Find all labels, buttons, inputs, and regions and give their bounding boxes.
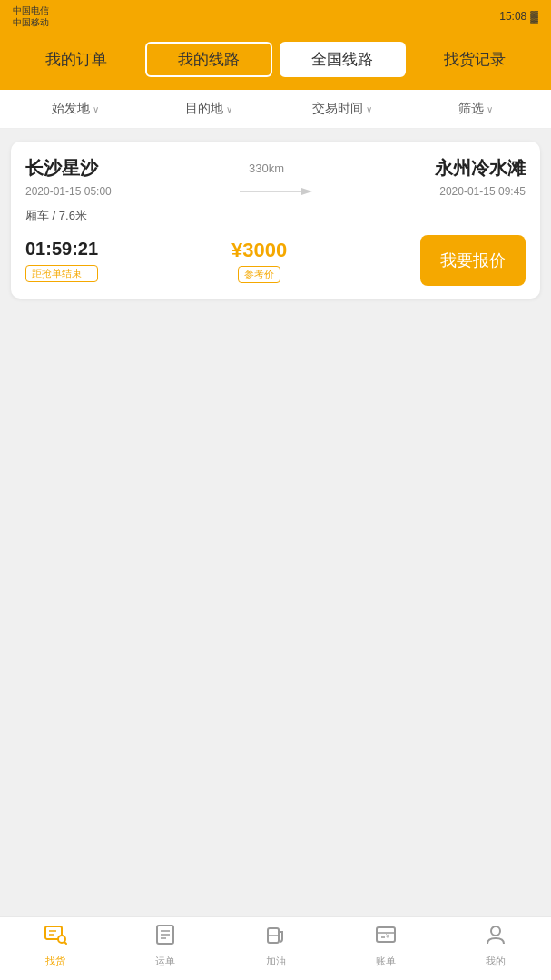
- find-icon: [44, 923, 67, 952]
- origin-city: 长沙星沙: [25, 156, 98, 181]
- chevron-down-icon: ∨: [366, 104, 372, 114]
- bottom-nav-find[interactable]: 找货: [0, 923, 110, 968]
- bottom-nav-account[interactable]: ¥ 账单: [330, 923, 440, 968]
- countdown-tag: 距抢单结束: [25, 265, 98, 282]
- status-bar: 中国电信 中国移动 15:08 ▓: [0, 0, 551, 33]
- battery-icon: ▓: [530, 10, 538, 23]
- route-card: 长沙星沙 330km 永州冷水滩 2020-01-15 05:00 2020-0…: [11, 142, 540, 299]
- price-section: ¥3000 参考价: [231, 239, 287, 283]
- bottom-nav-mine[interactable]: 我的: [441, 923, 551, 968]
- dest-date: 2020-01-15 09:45: [439, 185, 526, 198]
- filter-more[interactable]: 筛选 ∨: [408, 101, 542, 117]
- order-icon: [153, 923, 177, 952]
- fuel-label: 加油: [266, 955, 286, 968]
- filter-bar: 始发地 ∨ 目的地 ∨ 交易时间 ∨ 筛选 ∨: [0, 90, 551, 129]
- truck-type: 厢车 / 7.6米: [25, 208, 526, 224]
- time-battery: 15:08 ▓: [499, 10, 538, 23]
- nav-my-routes[interactable]: 我的线路: [145, 42, 272, 77]
- carrier-info: 中国电信 中国移动: [13, 5, 49, 28]
- svg-marker-1: [301, 188, 312, 195]
- card-bottom: 01:59:21 距抢单结束 ¥3000 参考价 我要报价: [25, 235, 526, 286]
- distance-label: 330km: [249, 162, 284, 175]
- chevron-down-icon: ∨: [226, 104, 232, 114]
- fuel-icon: [264, 923, 288, 952]
- price-value: ¥3000: [231, 239, 287, 262]
- mine-icon: [484, 923, 507, 952]
- nav-find-record[interactable]: 找货记录: [413, 44, 536, 75]
- countdown-section: 01:59:21 距抢单结束: [25, 239, 98, 282]
- bottom-nav: 找货 运单 加油 ¥: [0, 916, 551, 980]
- quote-button[interactable]: 我要报价: [420, 235, 526, 286]
- content-area: 长沙星沙 330km 永州冷水滩 2020-01-15 05:00 2020-0…: [0, 129, 551, 916]
- top-nav: 我的订单 我的线路 全国线路 找货记录: [0, 33, 551, 90]
- route-arrow: [112, 184, 440, 199]
- filter-origin[interactable]: 始发地 ∨: [9, 101, 143, 117]
- price-ref-tag: 参考价: [238, 266, 280, 283]
- svg-line-4: [64, 942, 66, 944]
- mine-label: 我的: [486, 955, 506, 968]
- dest-city: 永州冷水滩: [435, 156, 526, 181]
- bottom-nav-fuel[interactable]: 加油: [221, 923, 330, 968]
- filter-destination[interactable]: 目的地 ∨: [143, 101, 276, 117]
- account-label: 账单: [376, 955, 396, 968]
- chevron-down-icon: ∨: [487, 104, 493, 114]
- chevron-down-icon: ∨: [93, 104, 99, 114]
- nav-my-orders[interactable]: 我的订单: [15, 44, 138, 75]
- svg-text:¥: ¥: [386, 933, 389, 939]
- account-icon: ¥: [374, 923, 398, 952]
- time-display: 15:08: [499, 10, 526, 23]
- filter-time[interactable]: 交易时间 ∨: [276, 101, 409, 117]
- nav-national-routes[interactable]: 全国线路: [280, 42, 407, 77]
- order-label: 运单: [155, 955, 175, 968]
- route-dates: 2020-01-15 05:00 2020-01-15 09:45: [25, 184, 526, 199]
- route-header: 长沙星沙 330km 永州冷水滩: [25, 156, 526, 181]
- find-label: 找货: [45, 955, 65, 968]
- bottom-nav-order[interactable]: 运单: [110, 923, 220, 968]
- svg-point-17: [491, 926, 500, 936]
- origin-date: 2020-01-15 05:00: [25, 185, 112, 198]
- countdown-timer: 01:59:21: [25, 239, 98, 260]
